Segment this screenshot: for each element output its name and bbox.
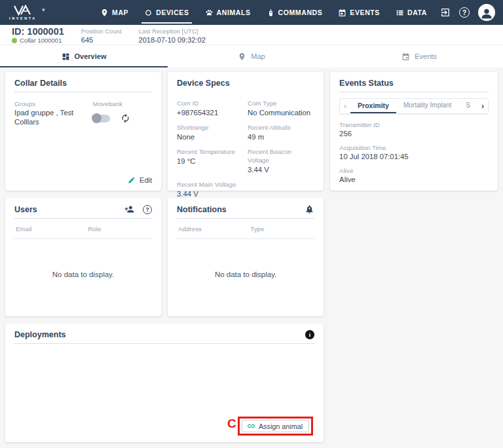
spec-label: Recent Altitude xyxy=(248,123,314,132)
device-id: ID: 1000001 xyxy=(12,27,64,37)
nav-devices[interactable]: DEVICES xyxy=(144,0,189,25)
nav-commands[interactable]: COMMANDS xyxy=(267,0,323,25)
add-notification-bell-icon[interactable] xyxy=(305,204,314,214)
events-status-title: Events Status xyxy=(339,79,394,88)
topbar-actions: ? xyxy=(440,4,495,21)
brand-menu-caret[interactable]: ▾ xyxy=(42,7,45,13)
spec-value: No Communication xyxy=(248,108,314,117)
sync-icon[interactable] xyxy=(121,113,130,123)
events-field: Alive Alive xyxy=(339,166,489,184)
person-icon xyxy=(479,7,494,21)
notifications-title: Notifications xyxy=(177,205,227,214)
events-status-tabbar: ‹ Proximity Mortality Implant S › xyxy=(339,98,489,114)
users-title: Users xyxy=(14,205,37,214)
spec-field: Shortrange None xyxy=(177,123,244,141)
notifications-empty-text: No data to display. xyxy=(177,239,314,310)
assign-animal-button[interactable]: Assign animal xyxy=(242,420,309,432)
collar-name: Collar 1000001 xyxy=(20,37,62,44)
main-nav: MAP DEVICES ANIMALS COMMANDS EVENTS DATA xyxy=(100,0,427,25)
nav-map[interactable]: MAP xyxy=(100,0,128,25)
last-reception-value: 2018-07-10 09:32:02 xyxy=(139,35,206,45)
tab-map-label: Map xyxy=(251,52,265,60)
events-field-label: Transmitter ID xyxy=(339,121,489,129)
calendar-icon xyxy=(401,52,410,61)
movebank-label: Movebank xyxy=(93,100,152,108)
pencil-icon xyxy=(128,176,136,184)
events-field: Acquisition Time 10 Jul 2018 07:01:45 xyxy=(339,143,489,161)
spec-label: Com ID xyxy=(177,99,244,107)
chevron-right-icon[interactable]: › xyxy=(477,102,488,111)
spec-label: Recent Temperature xyxy=(177,147,244,156)
notifications-card: Notifications Address Type No data to di… xyxy=(168,198,324,316)
spec-field: Recent Main Voltage 3.44 V xyxy=(177,180,244,198)
spec-value: 49 m xyxy=(248,132,314,141)
groups-label: Groups xyxy=(14,100,93,108)
movebank-toggle[interactable] xyxy=(93,115,110,122)
spec-value: 19 °C xyxy=(177,157,244,166)
inventa-logo[interactable]: INVENTA xyxy=(9,5,37,20)
spec-value: 3.44 V xyxy=(248,165,314,174)
nav-events-label: EVENTS xyxy=(350,9,380,16)
tab-events[interactable]: Events xyxy=(335,45,503,67)
nav-events[interactable]: EVENTS xyxy=(338,0,380,25)
last-reception-label: Last Reception [UTC] xyxy=(139,27,206,35)
events-field-value: Alive xyxy=(339,175,489,184)
users-col-email: Email xyxy=(16,225,88,233)
table-icon xyxy=(396,9,404,17)
toggle-knob xyxy=(92,113,102,123)
annotation-letter: C xyxy=(227,417,236,430)
spec-field: Recent Temperature 19 °C xyxy=(177,147,244,174)
nav-commands-label: COMMANDS xyxy=(278,9,323,16)
calendar-icon xyxy=(338,9,346,17)
nav-data[interactable]: DATA xyxy=(396,0,427,25)
last-reception-block: Last Reception [UTC] 2018-07-10 09:32:02 xyxy=(139,27,206,45)
chevron-left-icon[interactable]: ‹ xyxy=(340,102,350,111)
brand-name: INVENTA xyxy=(9,16,37,20)
add-user-icon[interactable] xyxy=(124,204,134,214)
nav-map-label: MAP xyxy=(112,9,128,16)
events-status-card: Events Status ‹ Proximity Mortality Impl… xyxy=(330,72,498,191)
app-root: INVENTA ▾ MAP DEVICES ANIMALS COMMANDS xyxy=(0,0,503,447)
divider xyxy=(14,92,152,92)
divider xyxy=(339,92,489,92)
device-id-block: ID: 1000001 Collar 1000001 xyxy=(12,27,64,44)
map-pin-icon xyxy=(238,52,246,61)
assign-animal-label: Assign animal xyxy=(259,422,303,430)
events-tab-truncated[interactable]: S xyxy=(458,99,477,113)
help-icon[interactable]: ? xyxy=(459,7,470,18)
position-count-value: 645 xyxy=(81,35,122,45)
deployments-card: Deployments i C Assign animal xyxy=(5,324,324,442)
user-avatar[interactable] xyxy=(478,4,495,21)
device-specs-title: Device Specs xyxy=(177,79,230,88)
logout-icon[interactable] xyxy=(440,7,451,18)
divider xyxy=(14,343,314,344)
tab-overview[interactable]: Overview xyxy=(0,45,168,67)
map-pin-icon xyxy=(100,9,109,17)
info-icon[interactable]: i xyxy=(305,330,314,339)
tab-map[interactable]: Map xyxy=(168,45,335,67)
spec-value: 3.44 V xyxy=(177,189,244,198)
nav-animals[interactable]: ANIMALS xyxy=(205,0,251,25)
users-col-role: Role xyxy=(88,225,151,233)
events-tab-proximity[interactable]: Proximity xyxy=(350,99,396,113)
spec-field: Recent Beacon Voltage 3.44 V xyxy=(248,147,314,174)
position-count-block: Position Count 645 xyxy=(81,27,122,45)
device-header: ID: 1000001 Collar 1000001 Position Coun… xyxy=(0,25,503,45)
notifications-col-type: Type xyxy=(250,225,313,233)
users-help-icon[interactable]: ? xyxy=(143,205,152,214)
paw-icon xyxy=(205,9,214,17)
spec-value: None xyxy=(177,132,244,141)
spec-label: Shortrange xyxy=(177,123,244,132)
nav-animals-label: ANIMALS xyxy=(217,9,251,16)
events-field-label: Alive xyxy=(339,166,489,175)
topbar: INVENTA ▾ MAP DEVICES ANIMALS COMMANDS xyxy=(0,0,503,25)
spec-field: Recent Altitude 49 m xyxy=(248,123,314,141)
content-area: Collar Details Groups Ipad gruppe , Test… xyxy=(0,67,503,447)
tab-events-label: Events xyxy=(415,52,437,60)
events-tab-mortality-implant[interactable]: Mortality Implant xyxy=(396,99,458,113)
edit-button[interactable]: Edit xyxy=(128,176,152,184)
spec-value: +987654321 xyxy=(177,108,244,117)
events-field: Transmitter ID 256 xyxy=(339,121,489,138)
nav-devices-label: DEVICES xyxy=(156,9,189,16)
collar-icon xyxy=(144,9,153,17)
